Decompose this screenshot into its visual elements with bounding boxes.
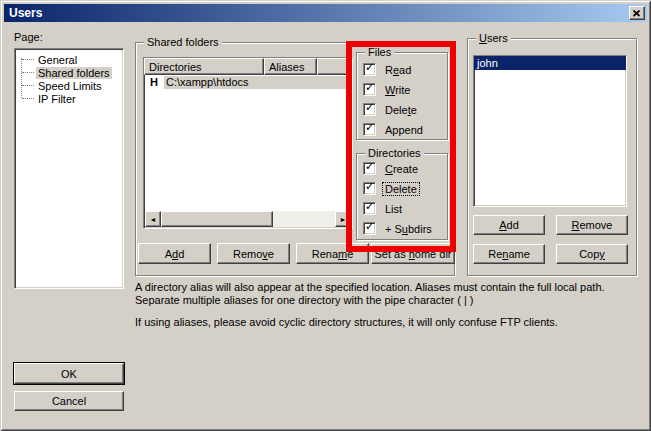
- tree-connector: [22, 85, 34, 86]
- page-tree: General Shared folders Speed Limits IP F…: [14, 48, 124, 289]
- users-list: john: [473, 55, 627, 207]
- column-header-filler: [317, 58, 352, 75]
- checkbox-list[interactable]: ✓ List: [363, 202, 404, 215]
- scroll-left-icon: ◄: [150, 216, 157, 223]
- directory-row[interactable]: H C:\xampp\htdocs: [144, 75, 352, 89]
- scrollbar-track[interactable]: [273, 211, 335, 227]
- title-bar[interactable]: Users: [4, 4, 647, 22]
- users-dialog: Users Page: General Shared folders Speed…: [0, 0, 651, 431]
- checkbox[interactable]: ✓: [363, 182, 376, 195]
- checkbox-write[interactable]: ✓ Write: [363, 83, 412, 96]
- directory-path: C:\xampp\htdocs: [164, 76, 352, 89]
- alias-help-paragraph-1: A directory alias will also appear at th…: [135, 281, 640, 307]
- checkbox-read[interactable]: ✓ Read: [363, 63, 413, 76]
- checkbox[interactable]: ✓: [363, 162, 376, 175]
- alias-help-paragraph-2: If using aliases, please avoid cyclic di…: [135, 316, 640, 329]
- folder-remove-button[interactable]: Remove: [217, 243, 290, 264]
- folder-add-button[interactable]: Add: [138, 243, 211, 264]
- alias-help-text: A directory alias will also appear at th…: [135, 281, 640, 338]
- tree-branch-line: [21, 58, 22, 98]
- check-icon: ✓: [365, 180, 374, 193]
- user-item-john[interactable]: john: [474, 56, 626, 70]
- check-icon: ✓: [365, 61, 374, 74]
- directories-group: Directories ✓ Create ✓ Delete ✓ List ✓ +…: [356, 153, 448, 240]
- checkbox-delete-file[interactable]: ✓ Delete: [363, 103, 419, 116]
- scroll-right-button[interactable]: ►: [335, 211, 351, 227]
- tree-item-shared-folders[interactable]: Shared folders: [22, 66, 123, 79]
- page-label: Page:: [14, 31, 43, 43]
- scroll-right-icon: ►: [340, 216, 347, 223]
- check-icon: ✓: [365, 160, 374, 173]
- checkbox[interactable]: ✓: [363, 103, 376, 116]
- dialog-title: Users: [9, 6, 42, 20]
- check-icon: ✓: [365, 81, 374, 94]
- tree-item-ip-filter[interactable]: IP Filter: [22, 92, 123, 105]
- check-icon: ✓: [365, 101, 374, 114]
- shared-folders-list: Directories Aliases H C:\xampp\htdocs ◄ …: [143, 57, 353, 229]
- user-rename-button[interactable]: Rename: [473, 244, 545, 264]
- list-header: Directories Aliases: [144, 58, 352, 75]
- column-header-directories[interactable]: Directories: [144, 58, 264, 75]
- scrollbar-thumb[interactable]: [161, 211, 273, 227]
- tree-connector: [22, 72, 34, 73]
- checkbox[interactable]: ✓: [363, 123, 376, 136]
- user-add-button[interactable]: Add: [473, 215, 545, 235]
- files-group-label: Files: [365, 46, 394, 58]
- close-button[interactable]: [629, 6, 645, 20]
- user-copy-button[interactable]: Copy: [556, 244, 628, 264]
- tree-connector: [22, 59, 34, 60]
- checkbox[interactable]: ✓: [363, 222, 376, 235]
- check-icon: ✓: [365, 121, 374, 134]
- folder-rename-button[interactable]: Rename: [296, 243, 369, 264]
- column-header-aliases[interactable]: Aliases: [264, 58, 317, 75]
- close-icon: [633, 10, 641, 17]
- horizontal-scrollbar[interactable]: ◄ ►: [145, 211, 351, 227]
- set-as-home-dir-button[interactable]: Set as home dir: [371, 243, 455, 264]
- check-icon: ✓: [365, 200, 374, 213]
- checkbox-subdirs[interactable]: ✓ + Subdirs: [363, 222, 434, 235]
- user-remove-button[interactable]: Remove: [556, 215, 628, 235]
- ok-button[interactable]: OK: [14, 363, 124, 384]
- tree-item-speed-limits[interactable]: Speed Limits: [22, 79, 123, 92]
- checkbox-delete-dir[interactable]: ✓ Delete: [363, 182, 419, 195]
- tree-item-general[interactable]: General: [22, 53, 123, 66]
- checkbox-create[interactable]: ✓ Create: [363, 162, 420, 175]
- cancel-button[interactable]: Cancel: [14, 391, 124, 411]
- home-flag: H: [144, 76, 164, 88]
- directories-group-label: Directories: [365, 147, 424, 159]
- files-group: Files ✓ Read ✓ Write ✓ Delete ✓ Append: [356, 52, 448, 140]
- checkbox[interactable]: ✓: [363, 83, 376, 96]
- users-group-label: Users: [476, 32, 511, 44]
- shared-folders-group-label: Shared folders: [144, 36, 222, 48]
- checkbox[interactable]: ✓: [363, 63, 376, 76]
- checkbox[interactable]: ✓: [363, 202, 376, 215]
- check-icon: ✓: [365, 220, 374, 233]
- tree-connector: [22, 98, 34, 99]
- scroll-left-button[interactable]: ◄: [145, 211, 161, 227]
- checkbox-append[interactable]: ✓ Append: [363, 123, 425, 136]
